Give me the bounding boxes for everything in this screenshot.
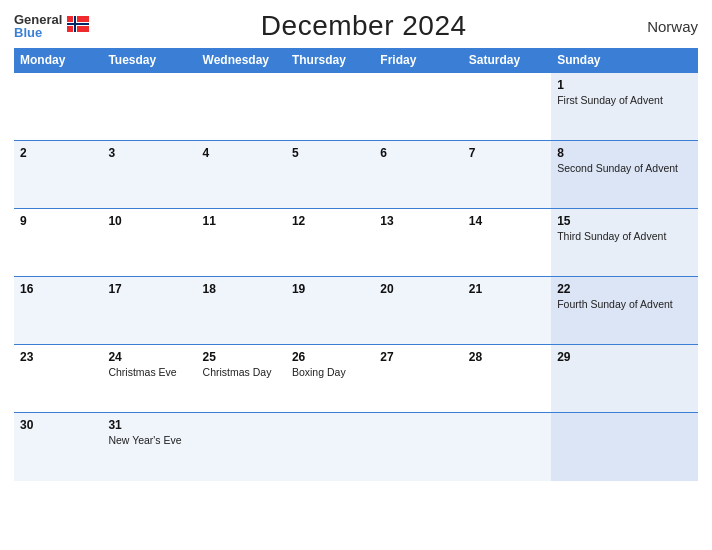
day-event: New Year's Eve: [108, 434, 181, 446]
day-number: 8: [557, 146, 692, 160]
calendar-week-row: 3031New Year's Eve: [14, 413, 698, 481]
calendar-table: Monday Tuesday Wednesday Thursday Friday…: [14, 48, 698, 481]
day-event: Boxing Day: [292, 366, 346, 378]
day-number: 26: [292, 350, 368, 364]
day-number: 28: [469, 350, 545, 364]
flag-icon: [67, 16, 89, 32]
calendar-cell: [551, 413, 698, 481]
calendar-cell: 29: [551, 345, 698, 413]
calendar-cell: [197, 73, 286, 141]
calendar-cell: 2: [14, 141, 102, 209]
calendar-cell: 16: [14, 277, 102, 345]
calendar-cell: 10: [102, 209, 196, 277]
calendar-cell: 5: [286, 141, 374, 209]
calendar-cell: 25Christmas Day: [197, 345, 286, 413]
day-number: 24: [108, 350, 190, 364]
calendar-cell: 18: [197, 277, 286, 345]
col-tuesday: Tuesday: [102, 48, 196, 73]
calendar-cell: 23: [14, 345, 102, 413]
day-number: 23: [20, 350, 96, 364]
calendar-cell: 22Fourth Sunday of Advent: [551, 277, 698, 345]
calendar-cell: 1First Sunday of Advent: [551, 73, 698, 141]
col-saturday: Saturday: [463, 48, 551, 73]
calendar-week-row: 2345678Second Sunday of Advent: [14, 141, 698, 209]
day-number: 21: [469, 282, 545, 296]
calendar-cell: 3: [102, 141, 196, 209]
calendar-cell: 4: [197, 141, 286, 209]
col-thursday: Thursday: [286, 48, 374, 73]
day-number: 22: [557, 282, 692, 296]
calendar-cell: 8Second Sunday of Advent: [551, 141, 698, 209]
day-number: 3: [108, 146, 190, 160]
calendar-header-row: Monday Tuesday Wednesday Thursday Friday…: [14, 48, 698, 73]
day-number: 18: [203, 282, 280, 296]
calendar-cell: [374, 73, 462, 141]
calendar-cell: 6: [374, 141, 462, 209]
calendar-week-row: 9101112131415Third Sunday of Advent: [14, 209, 698, 277]
day-number: 27: [380, 350, 456, 364]
calendar-cell: 19: [286, 277, 374, 345]
col-monday: Monday: [14, 48, 102, 73]
day-number: 14: [469, 214, 545, 228]
day-number: 1: [557, 78, 692, 92]
svg-rect-4: [67, 23, 89, 25]
logo: General Blue: [14, 13, 89, 39]
day-number: 19: [292, 282, 368, 296]
col-sunday: Sunday: [551, 48, 698, 73]
day-number: 31: [108, 418, 190, 432]
calendar-cell: 9: [14, 209, 102, 277]
day-event: Second Sunday of Advent: [557, 162, 678, 174]
day-number: 9: [20, 214, 96, 228]
day-event: Third Sunday of Advent: [557, 230, 666, 242]
day-number: 7: [469, 146, 545, 160]
calendar-cell: [102, 73, 196, 141]
country-label: Norway: [638, 18, 698, 35]
calendar-cell: [286, 413, 374, 481]
calendar-title: December 2024: [89, 10, 638, 42]
day-event: Fourth Sunday of Advent: [557, 298, 673, 310]
day-number: 17: [108, 282, 190, 296]
day-event: Christmas Day: [203, 366, 272, 378]
calendar-week-row: 1First Sunday of Advent: [14, 73, 698, 141]
calendar-cell: 28: [463, 345, 551, 413]
day-event: First Sunday of Advent: [557, 94, 663, 106]
day-number: 30: [20, 418, 96, 432]
day-number: 5: [292, 146, 368, 160]
calendar-header: General Blue December 2024 Norway: [14, 10, 698, 42]
day-number: 29: [557, 350, 692, 364]
day-number: 6: [380, 146, 456, 160]
day-number: 11: [203, 214, 280, 228]
calendar-cell: 26Boxing Day: [286, 345, 374, 413]
day-number: 12: [292, 214, 368, 228]
calendar-cell: [374, 413, 462, 481]
calendar-cell: 31New Year's Eve: [102, 413, 196, 481]
calendar-cell: 15Third Sunday of Advent: [551, 209, 698, 277]
calendar-cell: [286, 73, 374, 141]
calendar-cell: [463, 73, 551, 141]
day-number: 16: [20, 282, 96, 296]
day-number: 20: [380, 282, 456, 296]
calendar-cell: [14, 73, 102, 141]
calendar-week-row: 2324Christmas Eve25Christmas Day26Boxing…: [14, 345, 698, 413]
calendar-cell: 7: [463, 141, 551, 209]
calendar-cell: 21: [463, 277, 551, 345]
calendar-cell: 24Christmas Eve: [102, 345, 196, 413]
day-number: 13: [380, 214, 456, 228]
day-event: Christmas Eve: [108, 366, 176, 378]
calendar-cell: [197, 413, 286, 481]
calendar-cell: [463, 413, 551, 481]
calendar-cell: 11: [197, 209, 286, 277]
day-number: 4: [203, 146, 280, 160]
calendar-cell: 17: [102, 277, 196, 345]
calendar-week-row: 16171819202122Fourth Sunday of Advent: [14, 277, 698, 345]
calendar-cell: 20: [374, 277, 462, 345]
calendar-cell: 13: [374, 209, 462, 277]
day-number: 15: [557, 214, 692, 228]
calendar-cell: 30: [14, 413, 102, 481]
day-number: 2: [20, 146, 96, 160]
calendar-cell: 12: [286, 209, 374, 277]
day-number: 10: [108, 214, 190, 228]
logo-blue: Blue: [14, 26, 62, 39]
col-friday: Friday: [374, 48, 462, 73]
col-wednesday: Wednesday: [197, 48, 286, 73]
